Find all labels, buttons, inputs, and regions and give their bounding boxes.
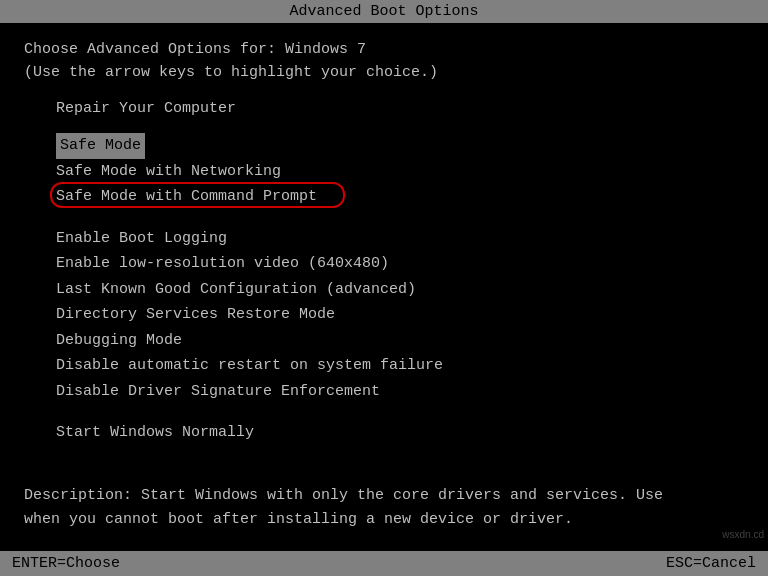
last-known-good-label: Last Known Good Configuration (advanced) xyxy=(56,281,416,298)
safe-mode-cmd-container: Safe Mode with Command Prompt xyxy=(56,184,317,210)
safe-mode-label: Safe Mode xyxy=(56,133,145,159)
directory-services-label: Directory Services Restore Mode xyxy=(56,306,335,323)
menu-item-debugging-mode[interactable]: Debugging Mode xyxy=(56,328,744,354)
watermark: wsxdn.cd xyxy=(722,529,764,540)
menu-item-safe-mode-networking[interactable]: Safe Mode with Networking xyxy=(56,159,744,185)
menu-item-start-windows-normally[interactable]: Start Windows Normally xyxy=(56,420,744,446)
debugging-mode-label: Debugging Mode xyxy=(56,332,182,349)
safe-mode-cmd-label: Safe Mode with Command Prompt xyxy=(56,188,317,205)
description-line1: Description: Start Windows with only the… xyxy=(24,484,744,508)
enter-choose-label: ENTER=Choose xyxy=(12,555,120,572)
menu-item-low-res-video[interactable]: Enable low-resolution video (640x480) xyxy=(56,251,744,277)
title-text: Advanced Boot Options xyxy=(289,3,478,20)
repair-label: Repair Your Computer xyxy=(56,100,236,117)
repair-option[interactable]: Repair Your Computer xyxy=(56,100,744,117)
description-line2: when you cannot boot after installing a … xyxy=(24,508,744,532)
description-section: Description: Start Windows with only the… xyxy=(0,476,768,540)
bottom-bar: ENTER=Choose ESC=Cancel xyxy=(0,551,768,576)
menu-item-directory-services[interactable]: Directory Services Restore Mode xyxy=(56,302,744,328)
intro-section: Choose Advanced Options for: Windows 7 (… xyxy=(24,39,744,84)
menu-list: Safe Mode Safe Mode with Networking Safe… xyxy=(56,133,744,446)
spacer-1 xyxy=(56,210,744,226)
menu-item-disable-restart[interactable]: Disable automatic restart on system fail… xyxy=(56,353,744,379)
menu-item-last-known-good[interactable]: Last Known Good Configuration (advanced) xyxy=(56,277,744,303)
menu-item-disable-driver-sig[interactable]: Disable Driver Signature Enforcement xyxy=(56,379,744,405)
safe-mode-networking-label: Safe Mode with Networking xyxy=(56,163,281,180)
menu-item-safe-mode[interactable]: Safe Mode xyxy=(56,133,744,159)
disable-restart-label: Disable automatic restart on system fail… xyxy=(56,357,443,374)
low-res-video-label: Enable low-resolution video (640x480) xyxy=(56,255,389,272)
spacer-2 xyxy=(56,404,744,420)
enable-boot-logging-label: Enable Boot Logging xyxy=(56,230,227,247)
intro-line1: Choose Advanced Options for: Windows 7 xyxy=(24,39,744,62)
intro-line2: (Use the arrow keys to highlight your ch… xyxy=(24,62,744,85)
start-windows-normally-label: Start Windows Normally xyxy=(56,424,254,441)
menu-item-enable-boot-logging[interactable]: Enable Boot Logging xyxy=(56,226,744,252)
disable-driver-sig-label: Disable Driver Signature Enforcement xyxy=(56,383,380,400)
title-bar: Advanced Boot Options xyxy=(0,0,768,23)
esc-cancel-label: ESC=Cancel xyxy=(666,555,756,572)
menu-item-safe-mode-cmd[interactable]: Safe Mode with Command Prompt xyxy=(56,184,744,210)
